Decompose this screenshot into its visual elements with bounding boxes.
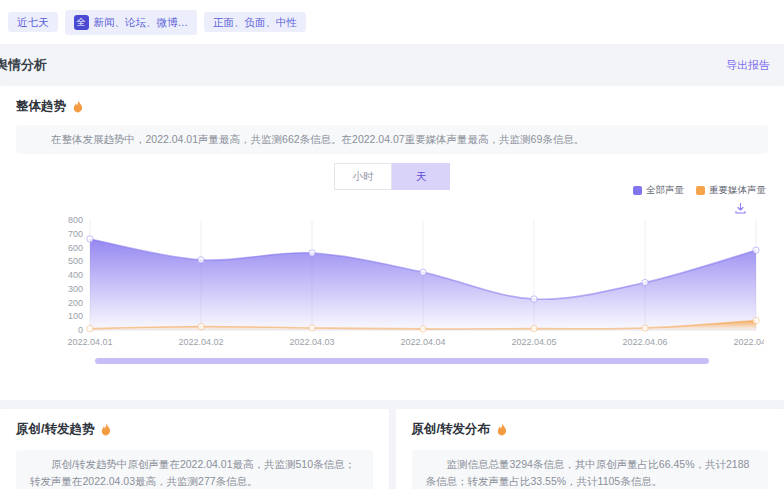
page-header: 舆情分析 导出报告: [0, 44, 784, 86]
svg-text:600: 600: [68, 243, 83, 253]
legend-item-media-volume[interactable]: 重要媒体声量: [696, 184, 766, 197]
svg-text:2022.04.01: 2022.04.01: [67, 337, 112, 347]
toggle-day-button[interactable]: 天: [392, 163, 450, 190]
original-repost-distribution-summary: 监测信息总量3294条信息，其中原创声量占比66.45%，共计2188条信息；转…: [412, 450, 769, 489]
filter-sources[interactable]: 全 新闻、论坛、微博…: [65, 10, 198, 35]
all-sources-icon: 全: [74, 15, 89, 30]
svg-text:2022.04.07: 2022.04.07: [733, 337, 764, 347]
legend-item-total-volume[interactable]: 全部声量: [633, 184, 684, 197]
overall-trend-title: 整体趋势: [16, 98, 66, 115]
overall-summary: 在整体发展趋势中，2022.04.01声量最高，共监测662条信息。在2022.…: [16, 125, 768, 154]
svg-text:2022.04.05: 2022.04.05: [511, 337, 556, 347]
svg-text:500: 500: [68, 256, 83, 266]
legend-swatch-total: [633, 186, 642, 195]
filter-sources-label: 新闻、论坛、微博…: [94, 17, 189, 28]
hot-flame-icon: [100, 423, 112, 436]
original-repost-distribution-card: 原创/转发分布 监测信息总量3294条信息，其中原创声量占比66.45%，共计2…: [396, 409, 784, 489]
svg-text:2022.04.02: 2022.04.02: [178, 337, 223, 347]
svg-text:2022.04.03: 2022.04.03: [289, 337, 334, 347]
original-repost-distribution-title: 原创/转发分布: [412, 421, 490, 438]
bottom-cards-row: 原创/转发趋势 原创/转发趋势中原创声量在2022.04.01最高，共监测510…: [0, 409, 784, 489]
filter-date-range[interactable]: 近七天: [8, 12, 58, 33]
svg-text:2022.04.06: 2022.04.06: [622, 337, 667, 347]
original-repost-trend-card: 原创/转发趋势 原创/转发趋势中原创声量在2022.04.01最高，共监测510…: [0, 409, 389, 489]
overall-trend-title-row: 整体趋势: [16, 98, 768, 115]
hot-flame-icon: [72, 100, 84, 113]
hot-flame-icon: [496, 423, 508, 436]
legend-label-total: 全部声量: [646, 184, 684, 197]
filter-sentiment[interactable]: 正面、负面、中性: [204, 12, 306, 33]
chart-scrollbar[interactable]: [95, 358, 709, 364]
original-repost-trend-title: 原创/转发趋势: [16, 421, 94, 438]
toggle-hour-button[interactable]: 小时: [334, 163, 392, 190]
legend-label-media: 重要媒体声量: [709, 184, 766, 197]
svg-text:700: 700: [68, 229, 83, 239]
overall-trend-card: 整体趋势 在整体发展趋势中，2022.04.01声量最高，共监测662条信息。在…: [0, 86, 784, 400]
legend-swatch-media: [696, 186, 705, 195]
svg-text:300: 300: [68, 284, 83, 294]
svg-text:200: 200: [68, 298, 83, 308]
svg-text:800: 800: [68, 215, 83, 225]
trend-area-chart[interactable]: 01002003004005006007008002022.04.012022.…: [58, 204, 764, 356]
svg-text:100: 100: [68, 311, 83, 321]
svg-text:2022.04.04: 2022.04.04: [400, 337, 445, 347]
page-title: 舆情分析: [0, 56, 47, 74]
chart-legend: 全部声量 重要媒体声量: [633, 184, 766, 197]
filter-bar: 近七天 全 新闻、论坛、微博… 正面、负面、中性: [0, 0, 784, 44]
svg-text:0: 0: [78, 325, 83, 335]
original-repost-trend-summary: 原创/转发趋势中原创声量在2022.04.01最高，共监测510条信息；转发声量…: [16, 450, 373, 489]
export-report-link[interactable]: 导出报告: [726, 58, 770, 73]
svg-text:400: 400: [68, 270, 83, 280]
